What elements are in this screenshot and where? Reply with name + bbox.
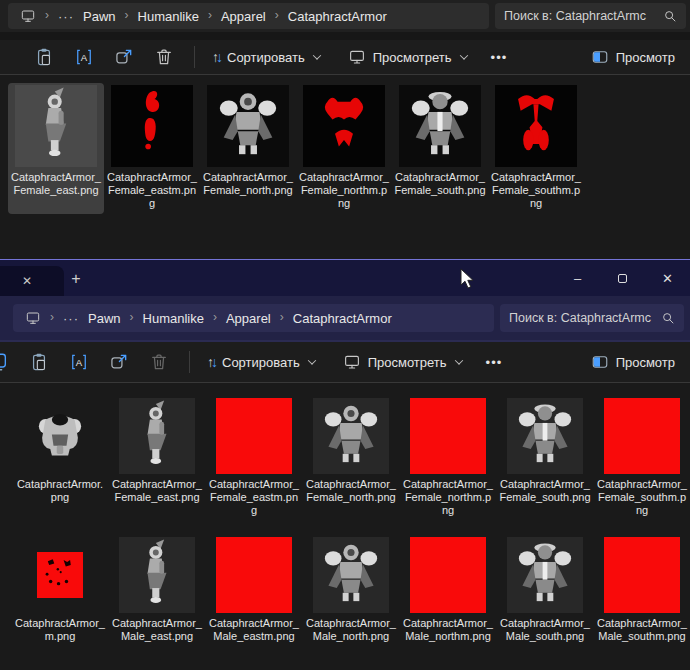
file-thumbnail-image	[37, 552, 83, 598]
file-tile[interactable]: CataphractArmor_Male_south.png	[497, 535, 593, 647]
rename-button[interactable]	[59, 347, 99, 377]
chevron-right-icon: ›	[213, 310, 217, 324]
breadcrumb-item-pawn[interactable]: Pawn	[88, 311, 121, 326]
minimize-button[interactable]: –	[555, 260, 600, 296]
delete-button[interactable]	[139, 347, 179, 377]
breadcrumb-item-cataphractarmor[interactable]: CataphractArmor	[293, 311, 392, 326]
breadcrumb[interactable]: › ··· Pawn › Humanlike › Apparel › Catap…	[8, 3, 489, 29]
file-thumbnail	[313, 398, 389, 474]
rename-button[interactable]	[64, 42, 104, 72]
trash-icon	[149, 352, 169, 372]
share-icon	[109, 352, 129, 372]
tab-close-icon[interactable]: ✕	[22, 274, 32, 288]
file-name: CataphractArmor_Female_east.png	[111, 478, 203, 504]
search-icon	[663, 9, 677, 23]
search-text: Поиск в: CataphractArmc	[509, 311, 651, 325]
breadcrumb-item-pawn[interactable]: Pawn	[83, 9, 116, 24]
breadcrumb[interactable]: › ··· Pawn › Humanlike › Apparel › Catap…	[13, 304, 494, 332]
search-input[interactable]: Поиск в: CataphractArmc	[500, 304, 684, 332]
title-bar[interactable]: ✕ + – ✕	[0, 260, 690, 296]
search-input[interactable]: Поиск в: CataphractArmc	[495, 3, 686, 29]
file-tile[interactable]: CataphractArmor_Male_eastm.png	[206, 535, 302, 647]
file-thumbnail	[410, 537, 486, 613]
chevron-right-icon: ›	[280, 310, 284, 324]
file-name: CataphractArmor_Male_eastm.png	[208, 617, 300, 643]
rename-icon	[74, 47, 94, 67]
file-name: CataphractArmor_Female_south.png	[394, 171, 486, 197]
file-thumbnail	[604, 398, 680, 474]
file-thumbnail	[22, 537, 98, 613]
file-tile[interactable]: CataphractArmor_Female_north.png	[303, 396, 399, 521]
file-tile[interactable]: CataphractArmor_Female_north.png	[200, 83, 296, 214]
breadcrumb-item-cataphractarmor[interactable]: CataphractArmor	[288, 9, 387, 24]
file-tile[interactable]: CataphractArmor_Female_northm.png	[400, 396, 496, 521]
breadcrumb-item-humanlike[interactable]: Humanlike	[143, 311, 204, 326]
file-tile[interactable]: CataphractArmor_Female_northm.png	[296, 83, 392, 214]
share-button[interactable]	[104, 42, 144, 72]
view-label: Просмотреть	[373, 50, 452, 65]
file-thumbnail	[604, 537, 680, 613]
file-tile[interactable]: CataphractArmor_Female_eastm.png	[104, 83, 200, 214]
breadcrumb-item-humanlike[interactable]: Humanlike	[138, 9, 199, 24]
view-label: Просмотреть	[368, 355, 447, 370]
share-button[interactable]	[99, 347, 139, 377]
file-name: CataphractArmor_Female_eastm.png	[106, 171, 198, 210]
search-icon	[661, 311, 675, 325]
chevron-right-icon: ›	[125, 8, 129, 22]
sort-arrows-icon: ↑↓	[212, 49, 220, 65]
file-thumbnail	[22, 398, 98, 474]
toolbar-divider	[194, 46, 195, 68]
view-button[interactable]: Просмотреть	[336, 348, 469, 376]
view-button[interactable]: Просмотреть	[341, 43, 474, 71]
copy-icon-clipped[interactable]	[0, 351, 9, 373]
new-tab-button[interactable]: +	[63, 267, 89, 291]
explorer-tab[interactable]: ✕	[0, 266, 64, 296]
file-tile[interactable]: CataphractArmor_Female_southm.png	[594, 396, 690, 521]
preview-toggle-button[interactable]: Просмотр	[584, 43, 682, 71]
file-tile[interactable]: CataphractArmor_Female_eastm.png	[206, 396, 302, 521]
file-name: CataphractArmor_Female_northm.png	[298, 171, 390, 210]
file-tile[interactable]: CataphractArmor_m.png	[12, 535, 108, 647]
more-options-button[interactable]: •••	[479, 350, 510, 375]
breadcrumb-ellipsis[interactable]: ···	[63, 311, 79, 326]
delete-button[interactable]	[144, 42, 184, 72]
sort-button[interactable]: ↑↓ Сортировать	[205, 44, 327, 70]
toolbar-divider	[189, 351, 190, 373]
file-name: CataphractArmor_Female_south.png	[499, 478, 591, 504]
file-thumbnail-image	[507, 537, 583, 613]
paste-button[interactable]	[24, 42, 64, 72]
paste-button[interactable]	[19, 347, 59, 377]
file-tile[interactable]: CataphractArmor_Female_east.png	[109, 396, 205, 521]
file-tile[interactable]: CataphractArmor_Female_south.png	[392, 83, 488, 214]
file-thumbnail	[15, 85, 97, 167]
file-thumbnail-image	[119, 398, 195, 474]
file-tile[interactable]: CataphractArmor_Male_northm.png	[400, 535, 496, 647]
file-tile[interactable]: CataphractArmor_Female_southm.png	[488, 83, 584, 214]
sort-label: Сортировать	[222, 355, 300, 370]
breadcrumb-item-apparel[interactable]: Apparel	[226, 311, 271, 326]
more-options-button[interactable]: •••	[484, 45, 515, 70]
maximize-button[interactable]	[600, 260, 645, 296]
breadcrumb-ellipsis[interactable]: ···	[58, 9, 74, 24]
chevron-right-icon: ›	[45, 8, 49, 22]
sort-button[interactable]: ↑↓ Сортировать	[200, 349, 322, 375]
window-gap	[0, 32, 690, 40]
preview-toggle-button[interactable]: Просмотр	[584, 348, 682, 376]
chevron-down-icon	[312, 51, 320, 59]
chevron-right-icon: ›	[50, 310, 54, 324]
file-name: CataphractArmor_Male_east.png	[111, 617, 203, 643]
file-thumbnail-image	[313, 398, 389, 474]
file-area: CataphractArmor.png CataphractArmor_Fema…	[0, 383, 690, 670]
breadcrumb-item-apparel[interactable]: Apparel	[221, 9, 266, 24]
file-tile[interactable]: CataphractArmor_Male_north.png	[303, 535, 399, 647]
file-tile[interactable]: CataphractArmor_Male_southm.png	[594, 535, 690, 647]
close-button[interactable]: ✕	[645, 260, 690, 296]
file-tile[interactable]: CataphractArmor_Male_east.png	[109, 535, 205, 647]
file-tile[interactable]: CataphractArmor_Female_south.png	[497, 396, 593, 521]
window-controls: – ✕	[555, 260, 690, 296]
file-tile[interactable]: CataphractArmor.png	[12, 396, 108, 521]
file-thumbnail	[507, 398, 583, 474]
file-tile[interactable]: CataphractArmor_Female_east.png	[8, 83, 104, 214]
chevron-right-icon: ›	[130, 310, 134, 324]
file-thumbnail-image	[507, 398, 583, 474]
